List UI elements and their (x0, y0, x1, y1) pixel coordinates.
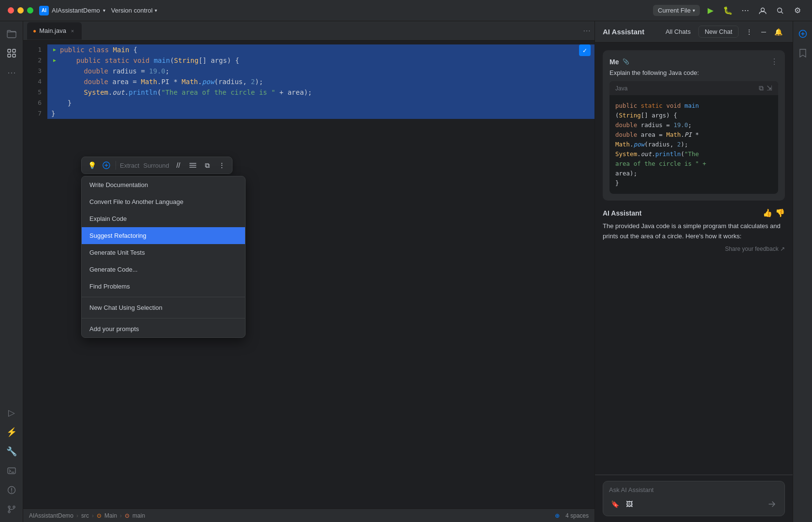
more-run-options-button[interactable]: ⋯ (739, 4, 752, 17)
spaces-setting[interactable]: 4 spaces (566, 512, 589, 519)
code-line-3: double radius = 19.0; (47, 66, 594, 76)
breadcrumb-method[interactable]: main (132, 512, 145, 519)
image-button[interactable]: 🖼 (624, 498, 635, 510)
code-block-content: public static void main (String[] args) … (609, 95, 778, 194)
settings-button[interactable]: ⚙ (791, 4, 804, 17)
tab-close-button[interactable]: × (69, 28, 76, 34)
more-icon[interactable]: ⋮ (217, 160, 227, 171)
svg-point-14 (13, 506, 15, 508)
code-lang-label: Java (615, 85, 627, 92)
list-icon[interactable] (188, 160, 198, 171)
main-java-tab[interactable]: ● Main.java × (27, 22, 82, 40)
code-line-1: ▶ public class Main { (47, 44, 594, 55)
ai-panel-more-button[interactable]: ⋮ (742, 25, 756, 39)
search-button[interactable] (773, 4, 787, 17)
code-line-6: } (47, 98, 594, 108)
tab-more-button[interactable]: ⋯ (583, 26, 591, 35)
line-num-2: 2 (38, 55, 42, 66)
project-name-label: AIAssistantDemo (52, 7, 100, 14)
account-button[interactable] (756, 4, 769, 17)
ai-input-placeholder[interactable]: Ask AI Assistant (609, 486, 779, 493)
menu-item-generate-unit-tests[interactable]: Generate Unit Tests (82, 244, 245, 261)
all-chats-button[interactable]: All Chats (662, 26, 695, 37)
ai-logo-icon: AI (39, 6, 49, 15)
svg-line-2 (782, 12, 783, 14)
sidebar-debug-icon[interactable]: ⚡ (3, 423, 20, 441)
run-arrow-2[interactable]: ▶ (51, 57, 58, 64)
menu-item-find-problems[interactable]: Find Problems (82, 278, 245, 295)
svg-rect-5 (13, 49, 15, 52)
run-arrow-1[interactable]: ▶ (51, 46, 58, 53)
svg-rect-7 (13, 54, 15, 57)
menu-item-new-chat-selection[interactable]: New Chat Using Selection (82, 299, 245, 316)
project-name[interactable]: AI AIAssistantDemo ▾ (39, 6, 105, 15)
user-message-text: Explain the following Java code: (609, 69, 778, 76)
menu-item-add-prompts[interactable]: Add your prompts (82, 320, 245, 337)
send-button[interactable] (765, 497, 779, 511)
sidebar-folder-icon[interactable] (3, 25, 20, 43)
sidebar-wrench-icon[interactable]: 🔧 (3, 443, 20, 460)
code-block-actions: ⧉ ⇲ (759, 84, 772, 92)
code-block-header: Java ⧉ ⇲ (609, 81, 778, 95)
sidebar-dots-icon[interactable]: ⋯ (3, 64, 20, 81)
right-sidebar-ai-icon[interactable] (794, 25, 812, 43)
sidebar-run-icon[interactable]: ▷ (3, 404, 20, 421)
svg-point-1 (778, 8, 782, 12)
ai-input-area: Ask AI Assistant 🔖 🖼 (595, 475, 793, 522)
line-num-4: 4 (38, 76, 42, 87)
version-control-button[interactable]: Version control ▾ (111, 7, 157, 14)
surround-button[interactable]: Surround (143, 162, 169, 169)
sidebar-structure-icon[interactable] (3, 44, 20, 62)
editor-area: ● Main.java × ⋯ 1 2 3 4 5 6 7 ▶ public c… (23, 21, 594, 522)
ai-assistant-icon[interactable] (101, 160, 112, 171)
svg-point-13 (8, 506, 10, 508)
message-more-button[interactable]: ⋮ (770, 57, 778, 66)
ai-input-actions: 🔖 🖼 (609, 497, 779, 511)
menu-item-convert-file[interactable]: Convert File to Another Language (82, 193, 245, 210)
menu-item-write-docs[interactable]: Write Documentation (82, 176, 245, 193)
line-num-1: 1 (38, 44, 42, 55)
context-toolbar: 💡 Extract Surround // ⧉ ⋮ (81, 157, 232, 174)
debug-button[interactable]: 🐛 (721, 4, 735, 17)
ai-panel-minimize-button[interactable]: ─ (757, 25, 770, 39)
close-window-button[interactable] (8, 7, 14, 14)
sidebar-git-icon[interactable] (3, 501, 20, 518)
java-file-icon: ● (33, 28, 36, 34)
user-message: Me 📎 ⋮ Explain the following Java code: … (603, 50, 785, 201)
breadcrumb: AIAssistantDemo › src › ⊙ Main › ⊙ main (29, 512, 145, 519)
breadcrumb-src[interactable]: src (81, 512, 89, 519)
right-sidebar-bookmark-icon[interactable] (794, 44, 812, 62)
user-name: Me 📎 (609, 58, 629, 66)
menu-separator-1 (82, 297, 245, 297)
menu-item-generate-code[interactable]: Generate Code... (82, 261, 245, 278)
menu-item-suggest-refactoring[interactable]: Suggest Refactoring (82, 227, 245, 244)
maximize-window-button[interactable] (27, 7, 33, 14)
breadcrumb-class[interactable]: Main (104, 512, 117, 519)
breadcrumb-project[interactable]: AIAssistantDemo (29, 512, 73, 519)
current-file-button[interactable]: Current File ▾ (653, 5, 700, 16)
attach-icon: 📎 (623, 58, 629, 65)
ai-panel: AI Assistant All Chats New Chat ⋮ ─ 🔔 Me… (594, 21, 793, 522)
ai-input-box[interactable]: Ask AI Assistant 🔖 🖼 (603, 481, 785, 516)
copy-icon[interactable]: ⧉ (202, 160, 213, 171)
new-chat-button[interactable]: New Chat (698, 26, 739, 38)
line-num-6: 6 (38, 98, 42, 108)
comment-icon[interactable]: // (173, 160, 184, 171)
left-sidebar: ⋯ ▷ ⚡ 🔧 (0, 21, 23, 522)
thumbs-down-button[interactable]: 👎 (775, 208, 785, 218)
sidebar-alert-icon[interactable] (3, 481, 20, 499)
copy-code-button[interactable]: ⧉ (759, 84, 764, 92)
ai-content: Me 📎 ⋮ Explain the following Java code: … (595, 43, 793, 475)
ai-panel-notifications-button[interactable]: 🔔 (771, 25, 785, 39)
lightbulb-icon[interactable]: 💡 (87, 160, 97, 171)
expand-code-button[interactable]: ⇲ (767, 84, 772, 92)
extract-button[interactable]: Extract (120, 162, 139, 169)
minimize-window-button[interactable] (17, 7, 24, 14)
run-button[interactable]: ▶ (704, 4, 717, 17)
feedback-link[interactable]: Share your feedback ↗ (603, 246, 785, 252)
thumbs-up-button[interactable]: 👍 (763, 208, 772, 218)
project-chevron-icon: ▾ (103, 8, 105, 13)
bookmark-button[interactable]: 🔖 (609, 498, 621, 510)
sidebar-terminal-icon[interactable] (3, 462, 20, 479)
menu-item-explain-code[interactable]: Explain Code (82, 210, 245, 227)
